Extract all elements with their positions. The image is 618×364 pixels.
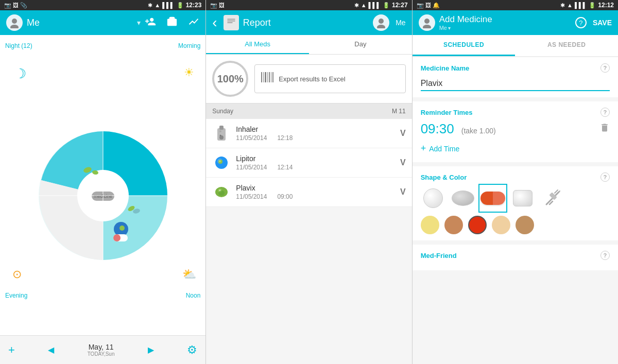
status-right-1: ✱ ▲ ▌▌▌ 🔋 12:23	[148, 2, 201, 9]
user-avatar-1[interactable]	[6, 14, 23, 31]
shape-oval[interactable]	[451, 186, 475, 211]
shape-grid	[421, 186, 610, 211]
table-row[interactable]: Inhaler 11/05/2014 12:18 V	[206, 119, 411, 148]
add-medicine-subtitle: Me ▾	[439, 25, 492, 31]
tab-scheduled[interactable]: SCHEDULED	[413, 35, 516, 56]
shape-color-section: Shape & Color ?	[413, 166, 618, 240]
date-sub: TODAY,Sun	[88, 351, 115, 357]
add-time-button[interactable]: + Add Time	[421, 141, 460, 156]
med-info-plavix: Plavix 11/05/2014 09:00	[236, 184, 395, 200]
tab-day[interactable]: Day	[309, 35, 412, 54]
svg-rect-25	[269, 72, 270, 82]
med-info-inhaler: Inhaler 11/05/2014 12:18	[236, 125, 395, 142]
next-date-button[interactable]: ▶	[148, 345, 154, 355]
color-peach[interactable]	[492, 216, 510, 234]
svg-rect-23	[265, 72, 266, 82]
med-friend-label: Med-Friend ?	[421, 251, 610, 260]
reminder-times-section: Reminder Times ? 09:30 (take 1.00) + Add…	[413, 101, 618, 162]
add-medicine-panel: 📷 🖼 🔔 ✱ ▲ ▌▌▌ 🔋 12:12 Add Medicine Me	[413, 0, 618, 364]
med-friend-section: Med-Friend ?	[413, 245, 618, 270]
add-person-icon[interactable]	[145, 16, 156, 30]
color-red[interactable]	[468, 216, 487, 234]
schedule-header-title: Me	[27, 18, 133, 28]
check-mark: V	[400, 158, 406, 167]
med-info-lipitor: Lipitor 11/05/2014 12:14	[236, 154, 395, 171]
signal-icon: ▌▌▌	[162, 2, 174, 8]
med-time: 12:14	[277, 164, 293, 171]
color-yellow[interactable]	[421, 216, 439, 234]
med-friend-help[interactable]: ?	[600, 251, 610, 260]
save-button[interactable]: SAVE	[593, 19, 612, 27]
med-detail: 11/05/2014 12:18	[236, 134, 395, 142]
header-left: Add Medicine Me ▾	[419, 14, 492, 31]
status-icons: 📷 🖼 📎	[4, 2, 27, 9]
clock-wheel: medicine	[36, 129, 170, 263]
schedule-footer: + ◀ May, 11 TODAY,Sun ▶ ⚙	[0, 335, 205, 364]
export-label: Export results to Excel	[279, 75, 345, 83]
tab-as-needed[interactable]: AS NEEDED	[515, 35, 618, 56]
shape-rectangle[interactable]	[510, 186, 535, 211]
svg-point-19	[379, 19, 384, 24]
med-list: Inhaler 11/05/2014 12:18 V Lipitor	[206, 119, 411, 207]
table-row[interactable]: Plavix 11/05/2014 09:00 V	[206, 178, 411, 207]
color-grid	[421, 216, 610, 234]
user-avatar-2[interactable]	[373, 14, 389, 31]
svg-rect-29	[219, 126, 224, 130]
status-bar-3: 📷 🖼 🔔 ✱ ▲ ▌▌▌ 🔋 12:12	[413, 0, 618, 10]
night-icon: ☽	[14, 66, 26, 82]
report-user-label: Me	[396, 19, 405, 27]
status-bar-2: 📷 🖼 ✱ ▲ ▌▌▌ 🔋 12:27	[206, 0, 411, 10]
medicine-name-section: Medicine Name ?	[413, 57, 618, 97]
svg-rect-18	[227, 22, 232, 23]
svg-point-32	[220, 135, 221, 136]
reminder-take: (take 1.00)	[461, 127, 496, 135]
color-tan[interactable]	[444, 216, 463, 234]
completion-percent: 100%	[212, 61, 248, 97]
status-bar-1: 📷 🖼 📎 ✱ ▲ ▌▌▌ 🔋 12:23	[0, 0, 205, 10]
svg-rect-26	[271, 72, 271, 82]
table-row[interactable]: Lipitor 11/05/2014 12:14 V	[206, 148, 411, 178]
export-button[interactable]: Export results to Excel	[254, 64, 405, 93]
svg-rect-16	[227, 19, 235, 20]
color-brown[interactable]	[516, 216, 534, 234]
medicine-name-input[interactable]	[421, 77, 610, 91]
status-icons-2: 📷 🖼	[210, 2, 225, 9]
user-avatar-3[interactable]	[419, 14, 435, 31]
delete-reminder-button[interactable]	[599, 123, 610, 135]
reminder-times-help[interactable]: ?	[600, 108, 610, 117]
med-date: 11/05/2014	[236, 134, 267, 142]
prev-date-button[interactable]: ◀	[48, 345, 54, 355]
svg-rect-24	[267, 72, 268, 82]
medicine-name-help[interactable]: ?	[600, 63, 610, 73]
shape-capsule-red[interactable]	[480, 186, 505, 211]
med-name: Inhaler	[236, 125, 395, 133]
schedule-panel: 📷 🖼 📎 ✱ ▲ ▌▌▌ 🔋 12:23 Me ▾	[0, 0, 206, 364]
bluetooth-icon: ✱	[148, 2, 152, 9]
svg-point-36	[219, 160, 221, 162]
chart-icon[interactable]	[188, 16, 199, 30]
shape-syringe[interactable]	[540, 186, 565, 211]
med-date: 11/05/2014	[236, 193, 267, 200]
shape-round[interactable]	[421, 186, 445, 211]
svg-rect-44	[549, 192, 557, 200]
svg-point-0	[12, 19, 17, 24]
help-header-button[interactable]: ?	[575, 17, 587, 28]
plavix-icon	[212, 183, 231, 201]
settings-button[interactable]: ⚙	[187, 343, 197, 357]
battery-icon: 🔋	[177, 2, 184, 9]
svg-point-31	[219, 130, 221, 132]
shape-color-help[interactable]: ?	[600, 172, 610, 182]
battery-icon-2: 🔋	[383, 2, 390, 9]
tab-all-meds[interactable]: All Meds	[206, 35, 309, 54]
add-button[interactable]: +	[8, 343, 15, 357]
label-evening: Evening	[5, 292, 27, 299]
col-date: M 11	[365, 108, 406, 115]
briefcase-icon[interactable]	[166, 16, 178, 30]
svg-point-1	[10, 25, 19, 28]
label-night: Night (12)	[5, 42, 32, 49]
plus-icon: +	[421, 143, 426, 154]
back-button[interactable]: ‹	[212, 15, 217, 30]
reminder-time[interactable]: 09:30	[421, 121, 454, 137]
status-icons-left-3: 📷 🖼 🔔	[417, 2, 440, 9]
add-medicine-title: Add Medicine	[439, 14, 492, 25]
